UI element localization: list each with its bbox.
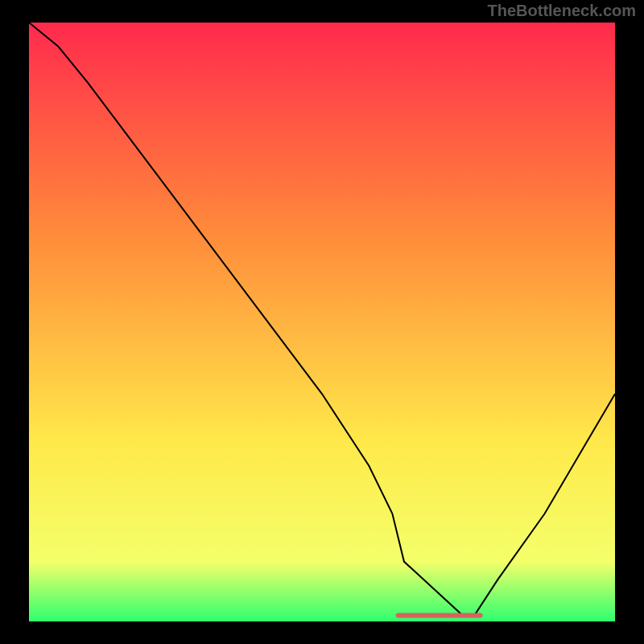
chart-svg	[29, 23, 615, 621]
plot-area	[29, 23, 615, 621]
chart-frame: TheBottleneck.com	[0, 0, 644, 644]
gradient-bg	[29, 23, 615, 621]
watermark-text: TheBottleneck.com	[488, 2, 636, 20]
